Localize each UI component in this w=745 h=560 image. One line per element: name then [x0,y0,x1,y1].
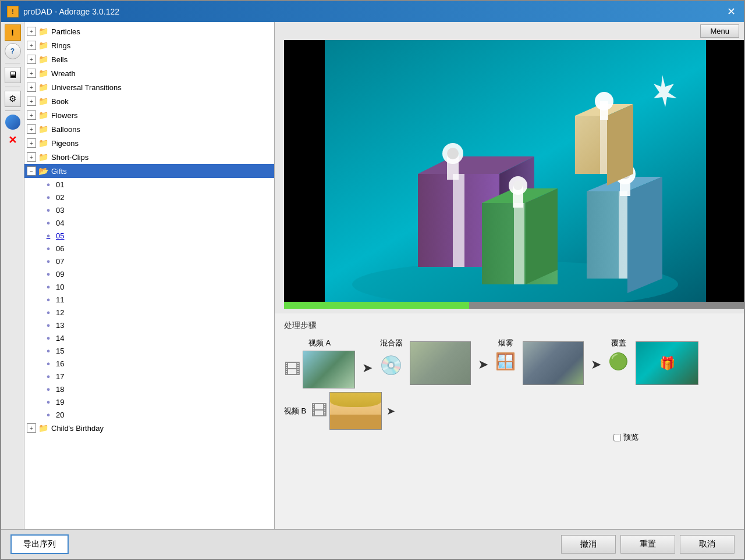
tree-subitem-label-17: 17 [56,372,64,381]
tree-subitem-label-14: 14 [56,334,64,343]
expand-bells[interactable]: + [27,55,36,64]
tree-subitem-07[interactable]: ● 07 [24,255,274,267]
svg-rect-1 [284,40,325,302]
expand-flowers[interactable]: + [27,110,36,120]
menu-row: Menu [275,22,744,40]
tree-label-particles: Particles [51,27,80,36]
tree-subitem-20[interactable]: ● 20 [24,408,274,421]
tree-subitem-14[interactable]: ● 14 [24,331,274,344]
tree-item-short-clips[interactable]: + 📁 Short-Clips [24,150,274,164]
expand-rings[interactable]: + [27,41,36,50]
mixer-label: 混合器 [380,338,403,348]
sub-icon-07: ● [43,256,54,266]
warning-btn[interactable]: ! [5,24,21,41]
export-button[interactable]: 导出序列 [10,534,69,554]
folder-icon-universal-transitions: 📁 [37,82,49,92]
sub-icon-02: ● [43,192,54,202]
undo-button[interactable]: 撤消 [561,535,616,554]
arrow-b-icon: ➤ [386,405,395,418]
tree-subitem-02[interactable]: ● 02 [24,191,274,204]
film-reel-a-icon: 🎞 [284,360,300,379]
arrow-3-icon: ➤ [591,357,601,372]
tree-item-childs-birthday[interactable]: + 📁 Child's Birthday [24,421,274,435]
expand-book[interactable]: + [27,97,36,106]
tree-subitem-01[interactable]: ● 01 [24,178,274,191]
tree-subitem-04[interactable]: ● 04 [24,216,274,229]
expand-particles[interactable]: + [27,27,36,36]
tree-item-gifts[interactable]: − 📂 Gifts [24,164,274,178]
tree-subitem-10[interactable]: ● 10 [24,280,274,293]
preview-container [279,40,739,309]
ball-btn[interactable] [5,115,20,130]
svg-rect-12 [514,203,524,284]
tree-subitem-12[interactable]: ● 12 [24,306,274,319]
tree-item-universal-transitions[interactable]: + 📁 Universal Transitions [24,80,274,94]
svg-marker-28 [607,104,633,186]
progress-bar[interactable] [284,302,744,309]
menu-button[interactable]: Menu [700,24,739,38]
tree-item-flowers[interactable]: + 📁 Flowers [24,108,274,122]
tree-subitem-03[interactable]: ● 03 [24,204,274,216]
tree-subitem-18[interactable]: ● 18 [24,383,274,395]
tree-subitem-label-01: 01 [56,180,64,189]
tree-container[interactable]: + 📁 Particles + 📁 Rings + 📁 Bells [24,22,274,529]
sub-icon-04: ● [43,218,54,227]
result-thumbnail-3: 🎁 [636,341,698,385]
tree-subitem-15[interactable]: ● 15 [24,344,274,357]
main-content: ! ? 🖥 ⚙ ✕ + 📁 Particles + � [1,22,744,529]
close-window-button[interactable]: ✕ [724,5,738,19]
expand-childs-birthday[interactable]: + [27,423,36,433]
folder-icon-childs-birthday: 📁 [37,423,49,433]
tree-subitem-17[interactable]: ● 17 [24,370,274,383]
folder-icon-book: 📁 [37,96,49,106]
tree-label-rings: Rings [51,41,70,50]
expand-wreath[interactable]: + [27,69,36,78]
monitor-btn[interactable]: 🖥 [5,67,21,83]
thumbnail-a[interactable] [303,351,355,388]
tree-subitem-11[interactable]: ● 11 [24,293,274,306]
tree-subitem-09[interactable]: ● 09 [24,267,274,280]
tree-subitem-label-13: 13 [56,321,64,330]
tree-subitem-06[interactable]: ● 06 [24,242,274,255]
tree-item-balloons[interactable]: + 📁 Balloons [24,122,274,136]
sub-icon-03: ● [43,205,54,215]
redo-button[interactable]: 重置 [620,535,675,554]
tree-item-wreath[interactable]: + 📁 Wreath [24,66,274,80]
tree-panel: + 📁 Particles + 📁 Rings + 📁 Bells [24,22,275,529]
tree-label-wreath: Wreath [51,69,76,78]
tree-item-book[interactable]: + 📁 Book [24,94,274,108]
preview-video [284,40,744,302]
tree-item-rings[interactable]: + 📁 Rings [24,38,274,52]
tree-subitem-label-19: 19 [56,398,64,406]
left-toolbar: ! ? 🖥 ⚙ ✕ [1,22,24,529]
folder-icon-short-clips: 📁 [37,152,49,162]
expand-balloons[interactable]: + [27,124,36,134]
expand-short-clips[interactable]: + [27,152,36,162]
tree-item-pigeons[interactable]: + 📁 Pigeons [24,136,274,150]
info-btn[interactable]: ? [5,43,21,59]
tree-item-bells[interactable]: + 📁 Bells [24,52,274,66]
sub-icon-13: ● [43,320,54,330]
expand-universal-transitions[interactable]: + [27,83,36,92]
svg-point-30 [595,92,613,110]
thumbnail-b[interactable] [329,392,382,430]
tree-subitem-05[interactable]: ● 05 [24,229,274,242]
sub-icon-05: ● [43,231,54,240]
folder-icon-flowers: 📁 [37,110,49,120]
tree-item-particles[interactable]: + 📁 Particles [24,24,274,38]
tree-subitem-19[interactable]: ● 19 [24,395,274,408]
expand-pigeons[interactable]: + [27,138,36,148]
main-window: ! proDAD - Adorage 3.0.122 ✕ ! ? 🖥 ⚙ ✕ +… [0,0,745,560]
close-red-btn[interactable]: ✕ [5,132,21,148]
tree-label-bells: Bells [51,55,68,64]
sub-icon-15: ● [43,346,54,355]
arrow-1-icon: ➤ [362,361,372,376]
cancel-button[interactable]: 取消 [680,535,735,554]
expand-gifts[interactable]: − [27,166,36,176]
tree-label-gifts: Gifts [51,167,67,176]
tree-subitem-13[interactable]: ● 13 [24,319,274,331]
tree-subitem-16[interactable]: ● 16 [24,357,274,370]
preview-checkbox[interactable] [613,434,621,441]
sub-icon-01: ● [43,180,54,189]
settings-btn[interactable]: ⚙ [5,91,21,107]
